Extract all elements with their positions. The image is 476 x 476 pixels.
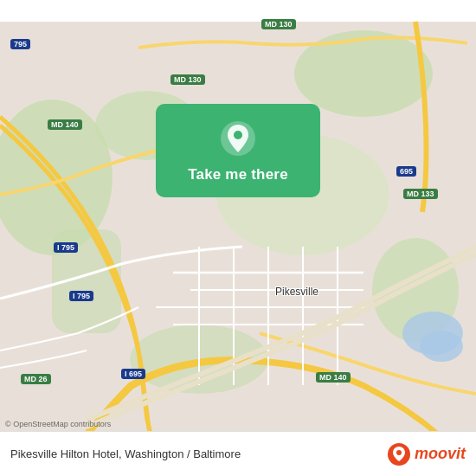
road-label-i695: I 695 xyxy=(121,369,145,379)
map-copyright: © OpenStreetMap contributors xyxy=(5,420,111,428)
take-me-there-button[interactable]: Take me there xyxy=(188,166,288,183)
svg-point-9 xyxy=(420,331,463,362)
road-label-md130-top: MD 130 xyxy=(261,19,296,29)
road-label-md26: MD 26 xyxy=(21,374,51,384)
moovit-logo: moovit xyxy=(387,442,466,466)
moovit-logo-icon xyxy=(387,442,411,466)
road-label-md140-nw: MD 140 xyxy=(48,119,82,130)
location-pin-icon xyxy=(219,119,257,158)
road-label-i795-lower: I 795 xyxy=(69,291,93,301)
road-label-795-nw: 795 xyxy=(10,39,30,49)
navigation-card[interactable]: Take me there xyxy=(156,104,320,197)
svg-point-22 xyxy=(396,450,402,455)
city-label-pikesville: Pikesville xyxy=(275,286,318,298)
map-container[interactable]: MD 130 MD 130 MD 140 MD 13 695 MD 133 I … xyxy=(0,0,476,476)
road-label-md133: MD 133 xyxy=(403,189,438,199)
svg-point-20 xyxy=(234,131,242,139)
road-label-695-ne: 695 xyxy=(396,166,416,177)
road-label-i795-upper: I 795 xyxy=(54,242,78,253)
info-bar: Pikesville Hilton Hotel, Washington / Ba… xyxy=(0,431,476,476)
moovit-brand-name: moovit xyxy=(415,445,466,463)
road-label-md130-mid: MD 130 xyxy=(170,74,205,85)
location-name: Pikesville Hilton Hotel, Washington / Ba… xyxy=(10,447,387,460)
road-label-md140-se: MD 140 xyxy=(316,372,351,383)
